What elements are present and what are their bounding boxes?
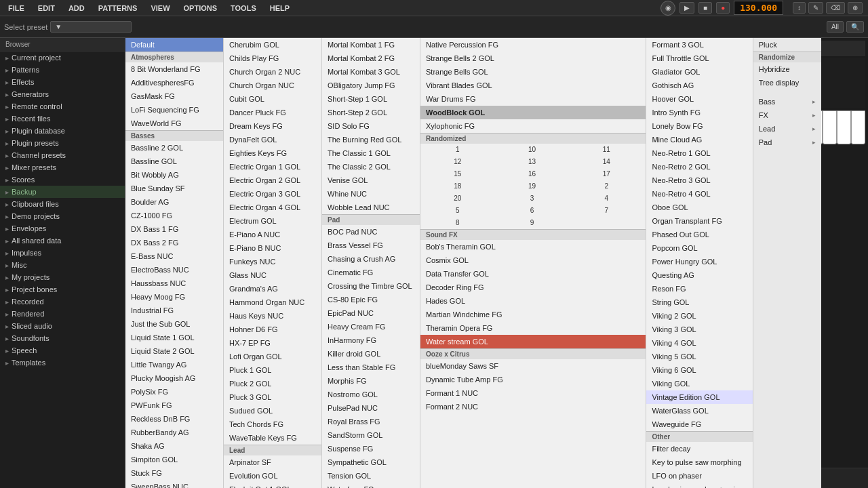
dropdown-item[interactable]: Brass Vessel FG xyxy=(322,239,420,252)
dropdown-item[interactable]: The Burning Red GOL xyxy=(322,133,420,146)
dropdown-category-item[interactable]: Lead▸ xyxy=(753,122,821,136)
dropdown-item[interactable]: PolySix FG xyxy=(125,385,223,399)
dropdown-item[interactable]: Morphis FG xyxy=(322,374,420,388)
dropdown-item[interactable]: PWFunk FG xyxy=(125,399,223,412)
dropdown-item[interactable]: Vibrant Blades GOL xyxy=(420,79,646,92)
dropdown-item[interactable]: Tech Chords FG xyxy=(224,418,321,431)
dropdown-item[interactable]: Venise GOL xyxy=(322,174,420,187)
dropdown-item[interactable]: SandStorm GOL xyxy=(322,428,420,442)
dropdown-item[interactable]: Electric Organ 2 GOL xyxy=(224,174,321,187)
sidebar-item-plugin-presets[interactable]: ▸Plugin presets xyxy=(0,137,125,149)
menu-item-view[interactable]: VIEW xyxy=(148,3,172,14)
dropdown-item[interactable]: Strange Bells GOL xyxy=(420,65,646,79)
dropdown-item[interactable]: Hades GOL xyxy=(420,294,646,308)
randomized-item[interactable]: 10 xyxy=(495,144,570,156)
sidebar-item-my-projects[interactable]: ▸My projects xyxy=(0,271,125,283)
default-item[interactable]: Default xyxy=(125,38,223,52)
randomized-item[interactable]: 13 xyxy=(495,156,570,168)
dropdown-item[interactable]: String GOL xyxy=(646,296,752,309)
dropdown-item[interactable]: Gladiator GOL xyxy=(646,65,752,79)
pluck-item[interactable]: Pluck xyxy=(753,38,821,52)
dropdown-item[interactable]: Liquid State 1 GOL xyxy=(125,331,223,344)
dropdown-item[interactable]: Boulder AG xyxy=(125,195,223,209)
sidebar-item-plugin-database[interactable]: ▸Plugin database xyxy=(0,125,125,137)
dropdown-item[interactable]: Nostromo GOL xyxy=(322,388,420,401)
dropdown-item[interactable]: Decoder Ring FG xyxy=(420,281,646,294)
dropdown-item[interactable]: Strange Bells 2 GOL xyxy=(420,52,646,65)
dropdown-item[interactable]: Formant 2 NUC xyxy=(420,400,646,413)
dropdown-item[interactable]: Sudued GOL xyxy=(224,404,321,418)
dropdown-item[interactable]: Haussbass NUC xyxy=(125,277,223,290)
dropdown-item[interactable]: DX Bass 2 FG xyxy=(125,236,223,249)
randomized-item[interactable]: 3 xyxy=(495,192,570,205)
sidebar-item-recent-files[interactable]: ▸Recent files xyxy=(0,113,125,125)
dropdown-item[interactable]: Viking GOL xyxy=(646,377,752,390)
dropdown-item[interactable]: Mortal Kombat 2 FG xyxy=(322,52,420,65)
randomized-item[interactable]: 4 xyxy=(569,192,644,205)
menu-item-options[interactable]: OPTIONS xyxy=(181,3,220,14)
dropdown-item[interactable]: Popcorn GOL xyxy=(646,241,752,255)
dropdown-item[interactable]: Viking 2 GOL xyxy=(646,309,752,323)
randomized-item[interactable]: 20 xyxy=(420,192,495,205)
dropdown-item[interactable]: Church Organ NUC xyxy=(224,79,321,92)
stop-btn[interactable]: ■ xyxy=(698,2,712,14)
dropdown-item[interactable]: DX Bass 1 FG xyxy=(125,222,223,236)
dropdown-item[interactable]: Bob's Theramin GOL xyxy=(420,240,646,253)
dropdown-item[interactable]: Dynamic Tube Amp FG xyxy=(420,373,646,386)
dropdown-item[interactable]: Less than Stable FG xyxy=(322,361,420,374)
dropdown-item[interactable]: Heavy Moog FG xyxy=(125,290,223,304)
randomized-item[interactable]: 8 xyxy=(420,217,495,229)
dropdown-item[interactable]: Filter decay xyxy=(646,442,752,455)
dropdown-item[interactable]: Chasing a Crush AG xyxy=(322,252,420,266)
dropdown-item[interactable]: Bassline GOL xyxy=(125,155,223,168)
dropdown-item[interactable]: The Classic 1 GOL xyxy=(322,146,420,160)
eraser-tool[interactable]: ⌫ xyxy=(826,2,845,14)
browser-all[interactable]: All xyxy=(827,21,844,33)
dropdown-item[interactable]: WaterGlass GOL xyxy=(646,404,752,418)
record-btn[interactable]: ● xyxy=(716,2,730,14)
randomized-item[interactable]: 9 xyxy=(495,217,570,229)
dropdown-item[interactable]: Hoover GOL xyxy=(646,92,752,106)
sidebar-item-envelopes[interactable]: ▸Envelopes xyxy=(0,222,125,235)
dropdown-item[interactable]: Hohner D6 FG xyxy=(224,323,321,336)
dropdown-item[interactable]: E-Piano B NUC xyxy=(224,241,321,255)
dropdown-item[interactable]: Eighties Keys FG xyxy=(224,146,321,160)
randomized-item[interactable]: 15 xyxy=(420,168,495,180)
randomized-item[interactable]: 16 xyxy=(495,168,570,180)
dropdown-item[interactable]: Key to pulse saw morphing xyxy=(646,455,752,469)
dropdown-item[interactable]: Funkeys NUC xyxy=(224,255,321,268)
dropdown-category-item[interactable]: Bass▸ xyxy=(753,95,821,108)
randomized-item[interactable]: 17 xyxy=(569,168,644,180)
dropdown-item[interactable]: War Drums FG xyxy=(420,92,646,106)
sidebar-item-demo-projects[interactable]: ▸Demo projects xyxy=(0,210,125,222)
dropdown-item[interactable]: Water stream GOL xyxy=(420,335,646,348)
dropdown-item[interactable]: Data Transfer GOL xyxy=(420,267,646,281)
dropdown-item[interactable]: OBligatory Jump FG xyxy=(322,79,420,92)
dropdown-category-item[interactable]: FX▸ xyxy=(753,108,821,122)
dropdown-item[interactable]: WaveWorld FG xyxy=(125,117,223,130)
sidebar-item-sliced-audio[interactable]: ▸Sliced audio xyxy=(0,320,125,332)
randomized-item[interactable]: 6 xyxy=(495,205,570,217)
dropdown-item[interactable]: Full Throttle GOL xyxy=(646,52,752,65)
dropdown-item[interactable]: Just the Sub GOL xyxy=(125,317,223,331)
dropdown-item[interactable]: Evolution GOL xyxy=(224,469,321,483)
dropdown-item[interactable]: DynaFelt GOL xyxy=(224,133,321,146)
sidebar-item-impulses[interactable]: ▸Impulses xyxy=(0,247,125,259)
dropdown-item[interactable]: Haus Keys NUC xyxy=(224,309,321,323)
pencil-tool[interactable]: ✎ xyxy=(808,2,823,14)
dropdown-item[interactable]: Arpinator SF xyxy=(224,455,321,469)
dropdown-item[interactable]: Pluck 1 GOL xyxy=(224,363,321,377)
dropdown-item[interactable]: EpicPad NUC xyxy=(322,306,420,320)
randomized-item[interactable]: 19 xyxy=(495,180,570,192)
dropdown-item[interactable]: SID Solo FG xyxy=(322,119,420,133)
dropdown-item[interactable]: Mine Cloud AG xyxy=(646,133,752,146)
dropdown-item[interactable]: Liquid State 2 GOL xyxy=(125,344,223,358)
dropdown-item[interactable]: blueMonday Saws SF xyxy=(420,359,646,373)
dropdown-item[interactable]: Questing AG xyxy=(646,268,752,282)
dropdown-item[interactable]: Electric Organ 3 GOL xyxy=(224,187,321,201)
sidebar-item-current-project[interactable]: ▸Current project xyxy=(0,52,125,64)
randomized-item[interactable]: 14 xyxy=(569,156,644,168)
dropdown-item[interactable]: Pluck 2 GOL xyxy=(224,377,321,390)
randomized-item[interactable]: 5 xyxy=(420,205,495,217)
dropdown-item[interactable]: Lofi Organ GOL xyxy=(224,350,321,363)
